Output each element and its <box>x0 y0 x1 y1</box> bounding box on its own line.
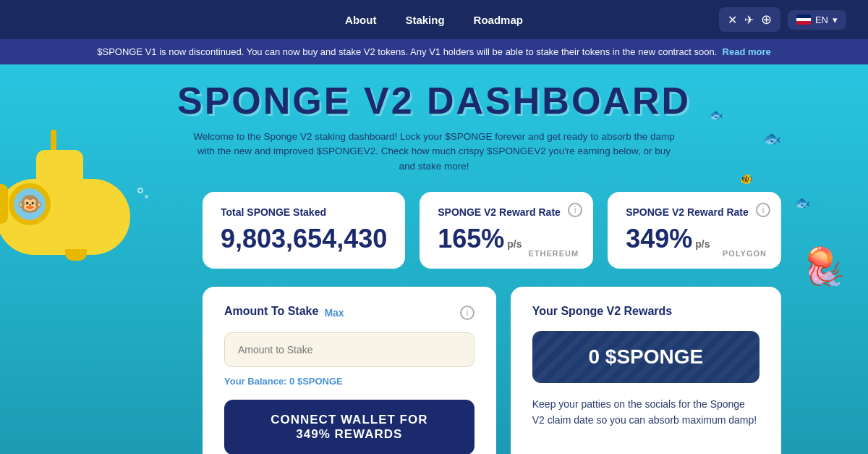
submarine: 🐵 <box>0 122 152 282</box>
twitter-icon[interactable]: ✕ <box>728 13 737 27</box>
total-staked-value: 9,803,654,430 <box>221 224 387 254</box>
language-selector[interactable]: EN ▾ <box>788 10 846 30</box>
sub-fin <box>0 184 8 224</box>
rewards-display: 0 $SPONGE <box>532 331 760 383</box>
balance-label: Your Balance: 0 $SPONGE <box>224 376 475 387</box>
total-staked-card: Total SPONGE Staked 9,803,654,430 <box>203 192 405 269</box>
poly-reward-unit: p/s <box>695 238 710 250</box>
navbar-right: ✕ ✈ ⊕ EN ▾ <box>719 7 846 32</box>
fish-decoration-4: 🐠 <box>740 173 752 185</box>
nav-about[interactable]: About <box>345 14 376 26</box>
stake-info-icon[interactable]: i <box>460 306 475 320</box>
max-button[interactable]: Max <box>324 307 344 319</box>
eth-reward-value: 165% <box>438 224 504 254</box>
bubble-1 <box>137 188 143 193</box>
rewards-card: Your Sponge V2 Rewards 0 $SPONGE Keep yo… <box>511 287 781 454</box>
poly-reward-label: SPONGE V2 Reward Rate <box>626 206 763 218</box>
read-more-link[interactable]: Read more <box>723 46 771 57</box>
stats-row: Total SPONGE Staked 9,803,654,430 SPONGE… <box>87 192 781 269</box>
total-staked-label: Total SPONGE Staked <box>221 206 387 218</box>
fish-decoration-1: 🐟 <box>763 130 781 147</box>
nav-staking[interactable]: Staking <box>405 14 444 26</box>
bubble-2 <box>145 195 148 198</box>
stake-card: Amount To Stake Max i Your Balance: 0 $S… <box>203 287 496 454</box>
rewards-title: Your Sponge V2 Rewards <box>532 305 760 318</box>
rewards-description: Keep your patties on the socials for the… <box>532 396 760 429</box>
eth-network-label: ETHEREUM <box>528 249 579 258</box>
sub-periscope <box>51 130 56 151</box>
poly-network-label: POLYGON <box>723 249 767 258</box>
eth-info-icon[interactable]: i <box>568 203 582 217</box>
navbar: About Staking Roadmap ✕ ✈ ⊕ EN ▾ <box>0 0 868 39</box>
discord-icon[interactable]: ⊕ <box>761 12 772 28</box>
flag-icon <box>796 14 811 25</box>
chevron-down-icon: ▾ <box>833 14 838 25</box>
stake-title: Amount To Stake <box>224 305 318 318</box>
social-icons-group: ✕ ✈ ⊕ <box>719 7 780 32</box>
poly-info-icon[interactable]: i <box>756 203 770 217</box>
page-title: SPONGE V2 DASHBOARD <box>14 79 854 122</box>
fish-decoration-3: 🐟 <box>794 195 810 211</box>
announcement-bar: $SPONGE V1 is now discontinued. You can … <box>0 39 868 64</box>
eth-reward-unit: p/s <box>507 238 522 250</box>
eth-reward-label: SPONGE V2 Reward Rate <box>438 206 575 218</box>
telegram-icon[interactable]: ✈ <box>744 13 754 27</box>
eth-reward-card: SPONGE V2 Reward Rate 165% p/s i ETHEREU… <box>420 192 593 269</box>
announcement-text: $SPONGE V1 is now discontinued. You can … <box>97 46 717 57</box>
stake-input[interactable] <box>224 332 475 367</box>
connect-wallet-button[interactable]: CONNECT WALLET FOR 349% REWARDS <box>224 400 475 454</box>
stake-header: Amount To Stake Max i <box>224 305 475 321</box>
page-subtitle: Welcome to the Sponge V2 staking dashboa… <box>188 130 680 174</box>
sub-porthole: 🐵 <box>9 183 51 225</box>
sub-bottom-fin <box>65 249 87 261</box>
sub-character: 🐵 <box>17 192 43 216</box>
rewards-amount: 0 $SPONGE <box>547 345 745 369</box>
nav-links: About Staking Roadmap <box>345 14 523 26</box>
poly-reward-card: SPONGE V2 Reward Rate 349% p/s i POLYGON <box>608 192 781 269</box>
bottom-row: Amount To Stake Max i Your Balance: 0 $S… <box>87 287 781 454</box>
jellyfish-decoration: 🪼 <box>801 245 846 287</box>
nav-roadmap[interactable]: Roadmap <box>474 14 523 26</box>
poly-reward-value: 349% <box>626 224 692 254</box>
lang-label: EN <box>815 14 828 25</box>
main-content: 🐟 🐟 🐟 🐠 🪼 🌿 🌸 🌿 🪸 🌿 🐵 <box>0 64 868 454</box>
